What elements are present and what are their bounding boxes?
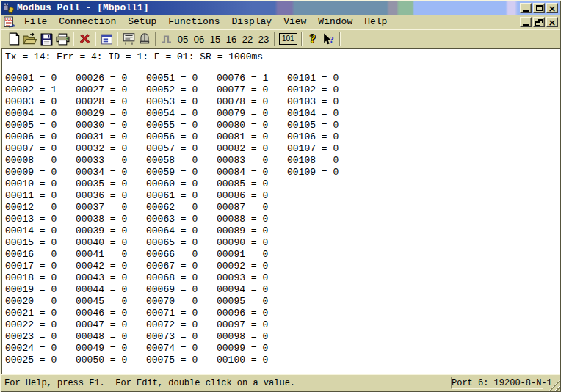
window-close-button[interactable]: × [546,3,558,13]
function-06-button[interactable]: 06 [191,34,207,45]
doc-file-icon[interactable]: DOC [3,16,15,29]
poll-setup-button[interactable] [98,31,115,47]
register-grid: 00001 = 0 00002 = 1 00003 = 0 00004 = 0 … [2,73,560,366]
open-folder-icon [23,32,37,46]
menu-display[interactable]: Display [226,15,278,29]
svg-text:?: ? [330,35,334,45]
document-minimize-button[interactable] [520,17,532,27]
register-column[interactable]: 00101 = 0 00102 = 0 00103 = 0 00104 = 0 … [287,73,358,366]
modbus-poll-window: Modbus Poll - [Mbpoll1] × DOC File Conne… [0,0,561,392]
save-icon [40,33,53,46]
toolbar-separator [117,32,118,46]
register-column[interactable]: 00001 = 0 00002 = 1 00003 = 0 00004 = 0 … [5,73,76,366]
function-15-button[interactable]: 15 [207,34,223,45]
menu-connection[interactable]: Connection [53,15,122,29]
menu-file[interactable]: File [18,15,53,29]
window-minimize-button[interactable] [520,3,532,13]
toolbar-separator [339,32,341,46]
register-column[interactable]: 00051 = 0 00052 = 0 00053 = 0 00054 = 0 … [146,73,217,366]
document-close-button[interactable]: × [546,17,558,27]
function-05-button[interactable]: 05 [175,34,191,45]
menu-functions[interactable]: Functions [162,15,225,29]
function-16-button[interactable]: 16 [223,34,239,45]
menu-setup[interactable]: Setup [122,15,162,29]
single-poll-button[interactable] [159,31,175,47]
communication-icon [122,32,136,46]
document-restore-button[interactable] [533,17,545,27]
new-file-button[interactable] [6,31,22,47]
cancel-icon [79,33,91,45]
status-bar: For Help, press F1. For Edit, double cli… [1,374,560,391]
pulse-icon [160,33,173,45]
toolbar-separator [274,32,275,46]
communication-traffic-button[interactable] [120,31,137,47]
register-document-area: Tx = 14: Err = 4: ID = 1: F = 01: SR = 1… [1,48,560,374]
print-button[interactable] [54,31,70,47]
svg-text:DOC: DOC [5,18,13,21]
menu-view[interactable]: View [278,15,312,29]
new-file-icon [8,32,21,46]
context-help-icon: ? [322,33,336,46]
menu-window[interactable]: Window [312,15,358,29]
menu-bar: DOC File Connection Setup Functions Disp… [1,15,560,29]
window-maximize-button[interactable] [533,3,545,13]
close-icon: × [549,4,557,12]
modbus-plug-icon [3,2,15,14]
minimize-icon [523,24,529,26]
toolbar-separator [73,32,74,46]
toolbar-separator [155,32,156,46]
title-bar[interactable]: Modbus Poll - [Mbpoll1] × [1,1,560,15]
function-23-button[interactable]: 23 [256,34,272,45]
close-icon: × [549,18,557,26]
register-column[interactable]: 00076 = 1 00077 = 0 00078 = 0 00079 = 0 … [217,73,287,366]
register-view-button[interactable]: 101 [279,33,297,45]
restore-icon [535,19,543,26]
context-help-button[interactable]: ? [321,31,337,47]
cancel-button[interactable] [76,31,93,47]
function-22-button[interactable]: 22 [239,34,256,45]
port-status-panel: Port 6: 19200-8-N-1 [451,377,543,389]
minimize-icon [523,10,529,12]
maximize-icon [536,5,543,11]
toolbar-separator [301,32,303,46]
alarm-button[interactable] [137,31,153,47]
window-title: Modbus Poll - [Mbpoll1] [17,1,148,15]
help-button[interactable]: ? [305,31,321,47]
open-file-button[interactable] [22,31,38,47]
save-button[interactable] [38,31,54,47]
print-icon [56,33,70,46]
toolbar: 05 06 15 16 22 23 101 ? ? [1,29,560,48]
toolbar-separator [95,32,96,46]
alarm-icon [138,32,151,46]
setup-window-icon [101,33,113,46]
statusbar-help-text: For Help, press F1. For Edit, double cli… [4,378,295,388]
register-column[interactable]: 00026 = 0 00027 = 0 00028 = 0 00029 = 0 … [76,73,146,366]
menu-help[interactable]: Help [358,15,393,29]
poll-status-line: Tx = 14: Err = 4: ID = 1: F = 01: SR = 1… [2,49,560,63]
help-icon: ? [310,32,316,46]
